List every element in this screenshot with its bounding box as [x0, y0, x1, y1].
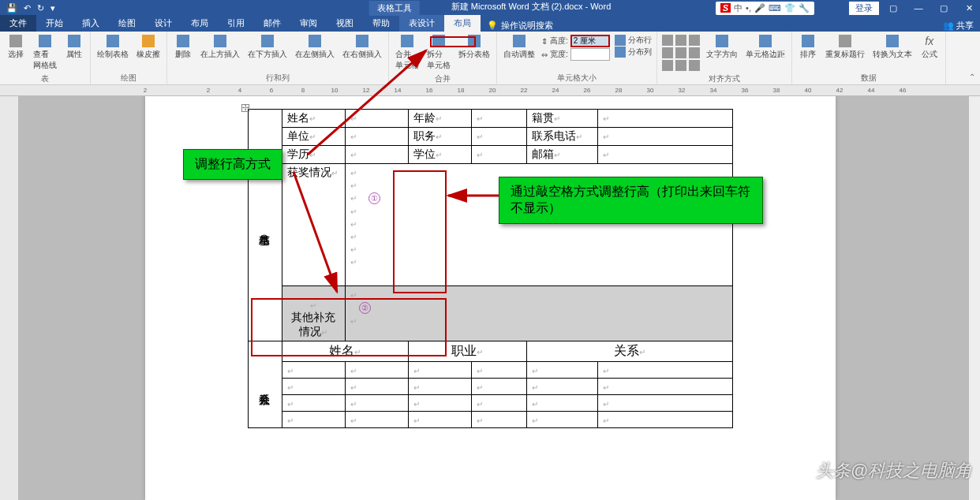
- repeat-header-button[interactable]: 重复标题行: [822, 33, 868, 62]
- tab-references[interactable]: 引用: [218, 15, 254, 32]
- formula-button[interactable]: fx公式: [917, 33, 942, 62]
- ime-mic-icon: 🎤: [754, 3, 765, 13]
- table-row[interactable]: 单位↵ ↵ 职务↵ ↵ 联系电话↵ ↵: [248, 128, 732, 146]
- redo-icon[interactable]: ↻: [37, 3, 44, 13]
- width-row: ⇔ 宽度:: [541, 48, 610, 61]
- tab-table-layout[interactable]: 布局: [444, 15, 481, 32]
- insert-right-button[interactable]: 在右侧插入: [339, 33, 385, 62]
- table-row[interactable]: 基本信息 姓名↵ ↵ 年龄↵ ↵ 籍贯↵ ↵: [248, 110, 732, 128]
- tab-file[interactable]: 文件: [0, 15, 36, 32]
- table-row[interactable]: ↵↵↵↵↵↵: [248, 395, 732, 412]
- tab-review[interactable]: 审阅: [290, 15, 327, 32]
- login-button[interactable]: 登录: [849, 2, 879, 15]
- align-ml-icon[interactable]: [662, 47, 673, 58]
- width-label: 宽度:: [550, 49, 568, 60]
- cell-email[interactable]: 邮箱: [532, 147, 554, 160]
- cell-degree[interactable]: 学位: [413, 147, 436, 160]
- tab-layout[interactable]: 布局: [181, 15, 218, 32]
- qat-more-icon[interactable]: ▾: [50, 3, 55, 13]
- select-button[interactable]: 选择: [3, 33, 28, 62]
- empty-cell[interactable]: ↵: [477, 151, 483, 159]
- collapse-ribbon-icon[interactable]: ⌃: [969, 73, 975, 81]
- highlight-box-1: [393, 170, 447, 293]
- formula-label: 公式: [922, 49, 937, 60]
- document-table[interactable]: 基本信息 姓名↵ ↵ 年龄↵ ↵ 籍贯↵ ↵ 单位↵ ↵ 职务↵ ↵ 联系电话↵…: [248, 109, 733, 428]
- hdr-relation[interactable]: 关系: [614, 344, 639, 357]
- tab-view[interactable]: 视图: [327, 15, 363, 32]
- table-row[interactable]: 学历↵ ↵ 学位↵ ↵ 邮箱↵ ↵: [248, 146, 732, 164]
- align-mr-icon[interactable]: [689, 47, 700, 58]
- insert-above-button[interactable]: 在上方插入: [197, 33, 243, 62]
- insert-below-button[interactable]: 在下方插入: [245, 33, 290, 62]
- group-merge-label: 合并: [392, 73, 493, 85]
- eraser-button[interactable]: 橡皮擦: [133, 33, 163, 62]
- empty-cell[interactable]: ↵: [603, 132, 609, 141]
- autofit-button[interactable]: 自动调整: [500, 33, 538, 62]
- highlight-box-2: [251, 298, 447, 356]
- tab-home[interactable]: 开始: [36, 15, 73, 32]
- align-mc-icon[interactable]: [675, 47, 686, 58]
- cell-phone[interactable]: 联系电话: [532, 129, 576, 142]
- ime-toolbar[interactable]: S 中 •, 🎤 ⌨ 👕 🔧: [716, 2, 814, 15]
- align-tr-icon[interactable]: [689, 35, 700, 46]
- tab-design[interactable]: 设计: [145, 15, 181, 32]
- align-bl-icon[interactable]: [662, 60, 673, 71]
- empty-cell[interactable]: ↵: [350, 114, 357, 123]
- merge-cells-button[interactable]: 合并 单元格: [392, 33, 422, 73]
- ruler-horizontal[interactable]: 2246810121416182022242628303234363840424…: [0, 85, 980, 96]
- cell-name[interactable]: 姓名: [287, 111, 309, 124]
- hdr-occupation[interactable]: 职业: [451, 344, 477, 357]
- table-row[interactable]: ↵↵↵↵↵↵: [248, 362, 732, 379]
- maximize-icon[interactable]: ▢: [933, 0, 955, 16]
- view-gridlines-button[interactable]: 查看 网格线: [30, 33, 60, 73]
- tab-insert[interactable]: 插入: [73, 15, 109, 32]
- cell-awards[interactable]: 获奖情况: [287, 166, 331, 178]
- tab-draw[interactable]: 绘图: [109, 15, 145, 32]
- ruler-vertical[interactable]: [0, 96, 19, 500]
- cell-origin[interactable]: 籍贯: [532, 111, 554, 124]
- convert-text-button[interactable]: 转换为文本: [870, 33, 915, 62]
- align-tl-icon[interactable]: [662, 35, 673, 46]
- sort-button[interactable]: 排序: [795, 33, 821, 62]
- tab-table-design[interactable]: 表设计: [399, 15, 444, 32]
- ime-s-icon: S: [720, 3, 731, 13]
- empty-cell[interactable]: ↵: [603, 151, 609, 159]
- align-bc-icon[interactable]: [675, 60, 686, 71]
- align-br-icon[interactable]: [689, 60, 700, 71]
- text-direction-button[interactable]: 文字方向: [703, 33, 741, 62]
- properties-button[interactable]: 属性: [62, 33, 87, 62]
- dist-rows-button[interactable]: 分布行: [615, 35, 652, 46]
- align-tc-icon[interactable]: [675, 35, 686, 46]
- undo-icon[interactable]: ↶: [24, 3, 31, 13]
- cell-position[interactable]: 职务: [413, 129, 436, 142]
- cell-age[interactable]: 年龄: [413, 111, 436, 124]
- height-input[interactable]: [570, 35, 610, 47]
- cell-unit[interactable]: 单位: [287, 129, 309, 142]
- dist-cols-button[interactable]: 分布列: [615, 47, 652, 58]
- scrollbar-vertical[interactable]: [969, 96, 980, 500]
- insert-left-button[interactable]: 在左侧插入: [292, 33, 338, 62]
- dist-cols-label: 分布列: [628, 47, 652, 58]
- empty-cell[interactable]: ↵: [350, 132, 357, 141]
- cell-margins-button[interactable]: 单元格边距: [742, 33, 788, 62]
- share-icon: 👥: [943, 21, 954, 30]
- share-button[interactable]: 👥 共享: [943, 20, 974, 32]
- table-row[interactable]: ↵↵↵↵↵↵: [248, 412, 732, 428]
- empty-cell[interactable]: ↵: [603, 114, 609, 123]
- empty-cell[interactable]: ↵: [350, 151, 357, 159]
- draw-table-button[interactable]: 绘制表格: [94, 33, 132, 62]
- delete-button[interactable]: 删除: [170, 33, 196, 62]
- minimize-icon[interactable]: —: [907, 0, 930, 16]
- empty-cell[interactable]: ↵: [477, 132, 483, 141]
- save-icon[interactable]: 💾: [6, 3, 17, 13]
- table-row[interactable]: ↵↵↵↵↵↵: [248, 379, 732, 395]
- close-icon[interactable]: ✕: [958, 0, 980, 16]
- empty-cell[interactable]: ↵: [477, 114, 483, 123]
- tab-mailings[interactable]: 邮件: [254, 15, 290, 32]
- sort-label: 排序: [800, 49, 816, 60]
- cell-education[interactable]: 学历: [287, 147, 309, 160]
- width-input[interactable]: [570, 48, 610, 61]
- tell-me-search[interactable]: 💡 操作说明搜索: [487, 20, 553, 32]
- tab-help[interactable]: 帮助: [363, 15, 399, 32]
- ribbon-options-icon[interactable]: ▢: [882, 0, 904, 16]
